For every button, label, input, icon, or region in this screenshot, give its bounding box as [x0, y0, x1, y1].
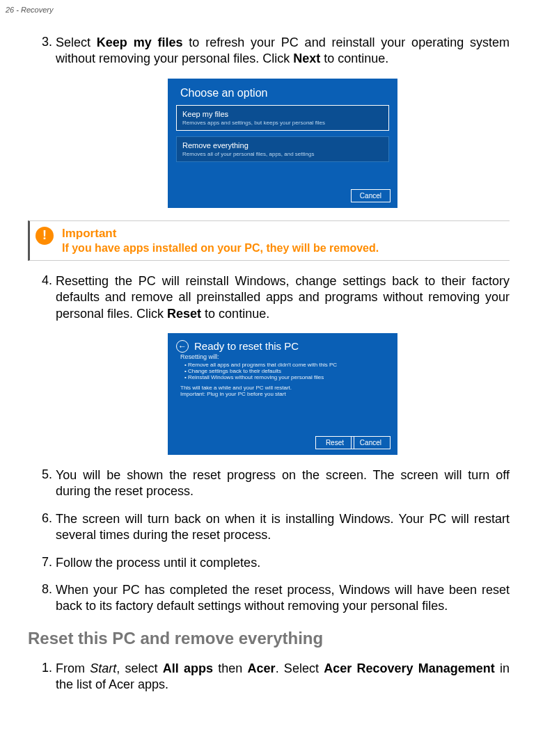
step-number: 3. [42, 35, 56, 49]
figure-choose-option: Choose an option Keep my files Removes a… [56, 79, 510, 208]
step-4: 4. Resetting the PC will reinstall Windo… [56, 273, 510, 322]
step-5: 5. You will be shown the reset progress … [56, 467, 510, 500]
italic: Start [90, 661, 116, 675]
option-subtitle: Removes all of your personal files, apps… [182, 151, 383, 157]
step-text: You will be shown the reset progress on … [56, 467, 510, 500]
step-number: 6. [42, 511, 56, 526]
reset-list: Resetting will: Remove all apps and prog… [168, 352, 397, 380]
back-icon[interactable]: ← [176, 340, 189, 353]
text: to continue. [201, 307, 269, 321]
list-item: Reinstall Windows without removing your … [184, 374, 385, 380]
cancel-button[interactable]: Cancel [351, 189, 391, 202]
warning-icon: ! [36, 227, 54, 245]
screen-title: Ready to reset this PC [168, 333, 397, 352]
step-text: When your PC has completed the reset pro… [56, 582, 510, 615]
list-item: Remove all apps and programs that didn't… [184, 362, 385, 368]
text: , select [116, 661, 163, 675]
text: Select [56, 35, 97, 49]
bold: Keep my files [97, 35, 183, 49]
step-3: 3. Select Keep my files to refresh your … [56, 35, 510, 67]
step-number: 8. [42, 582, 56, 597]
step-8: 8. When your PC has completed the reset … [56, 582, 510, 615]
step-number: 4. [42, 273, 56, 288]
text: then [213, 661, 248, 675]
text: From [56, 661, 90, 675]
step-number: 7. [42, 555, 56, 570]
text: to continue. [320, 51, 388, 65]
bold: Next [293, 51, 320, 65]
option-remove-everything[interactable]: Remove everything Removes all of your pe… [176, 136, 389, 162]
content-area: 3. Select Keep my files to refresh your … [0, 14, 536, 693]
step-text: Follow the process until it completes. [56, 555, 510, 571]
text: Resetting the PC will reinstall Windows,… [56, 274, 510, 321]
step-text: Resetting the PC will reinstall Windows,… [56, 273, 510, 322]
list-heading: Resetting will: [180, 353, 385, 360]
option-title: Remove everything [182, 141, 383, 150]
text: Important: Plug in your PC before you st… [180, 391, 385, 397]
step-7: 7. Follow the process until it completes… [56, 555, 510, 571]
option-keep-my-files[interactable]: Keep my files Removes apps and settings,… [176, 105, 389, 131]
screen-title: Choose an option [168, 79, 397, 99]
bold: Reset [167, 307, 201, 321]
step-text: From Start, select All apps then Acer. S… [56, 661, 510, 693]
extra-text: This will take a while and your PC will … [168, 380, 397, 397]
page-header: 26 - Recovery [0, 6, 536, 14]
bold: Acer [248, 661, 276, 675]
figure-ready-to-reset: ← Ready to reset this PC Resetting will:… [56, 333, 510, 455]
step-number: 5. [42, 467, 56, 482]
section-heading: Reset this PC and remove everything [28, 629, 510, 648]
cancel-button[interactable]: Cancel [351, 436, 391, 449]
important-text: If you have apps installed on your PC, t… [62, 242, 501, 255]
option-title: Keep my files [182, 110, 383, 118]
important-callout: ! Important If you have apps installed o… [28, 220, 510, 261]
option-subtitle: Removes apps and settings, but keeps you… [182, 120, 383, 126]
step-2-1: 1. From Start, select All apps then Acer… [56, 661, 510, 693]
step-text: The screen will turn back on when it is … [56, 511, 510, 544]
text: This will take a while and your PC will … [180, 385, 385, 391]
step-number: 1. [42, 661, 56, 675]
reset-button[interactable]: Reset [315, 436, 354, 449]
page: 26 - Recovery 3. Select Keep my files to… [0, 0, 536, 756]
important-title: Important [62, 227, 501, 241]
list-item: Change settings back to their defaults [184, 368, 385, 374]
step-6: 6. The screen will turn back on when it … [56, 511, 510, 544]
bold: All apps [163, 661, 213, 675]
bold: Acer Recovery Management [324, 661, 495, 675]
blue-screen-2: ← Ready to reset this PC Resetting will:… [168, 333, 397, 455]
blue-screen-1: Choose an option Keep my files Removes a… [168, 79, 397, 208]
text: . Select [276, 661, 324, 675]
step-text: Select Keep my files to refresh your PC … [56, 35, 510, 67]
